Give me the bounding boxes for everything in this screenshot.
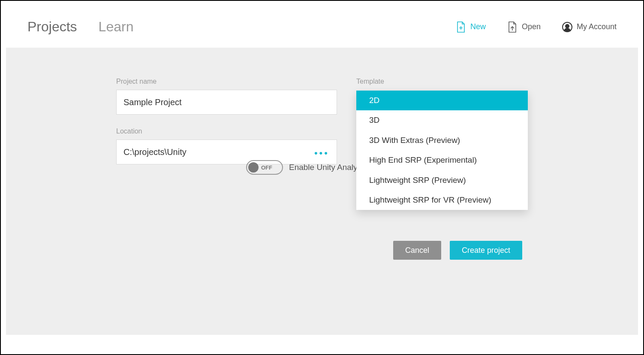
cancel-button[interactable]: Cancel — [393, 241, 441, 260]
template-option[interactable]: 3D — [356, 110, 528, 130]
new-project-button[interactable]: New — [456, 21, 486, 33]
account-avatar-icon — [562, 22, 572, 32]
template-option[interactable]: Lightweight SRP (Preview) — [356, 170, 528, 190]
open-label: Open — [522, 22, 541, 31]
create-project-button[interactable]: Create project — [450, 241, 522, 260]
template-label: Template — [356, 78, 528, 85]
location-label: Location — [116, 127, 337, 135]
project-name-label: Project name — [116, 78, 337, 85]
tab-projects[interactable]: Projects — [27, 19, 77, 35]
tab-learn[interactable]: Learn — [99, 19, 134, 35]
browse-location-button[interactable]: ••• — [314, 148, 329, 159]
template-option[interactable]: 2D — [356, 91, 528, 110]
project-name-input[interactable] — [116, 90, 337, 115]
my-account-button[interactable]: My Account — [562, 22, 617, 32]
new-file-icon — [456, 21, 466, 33]
main-panel: Project name Location ••• Template 2D3D3… — [6, 48, 638, 335]
open-file-icon — [507, 21, 518, 33]
template-option[interactable]: Lightweight SRP for VR (Preview) — [356, 190, 528, 210]
new-label: New — [470, 22, 486, 31]
account-label: My Account — [577, 22, 617, 31]
header-bar: Projects Learn New — [6, 6, 638, 48]
toggle-state-label: OFF — [261, 164, 272, 171]
template-option[interactable]: 3D With Extras (Preview) — [356, 130, 528, 150]
template-option[interactable]: High End SRP (Experimental) — [356, 150, 528, 170]
open-project-button[interactable]: Open — [507, 21, 541, 33]
toggle-knob-icon — [248, 162, 259, 173]
analytics-toggle[interactable]: OFF — [246, 160, 283, 175]
template-dropdown[interactable]: 2D3D3D With Extras (Preview)High End SRP… — [356, 91, 528, 210]
